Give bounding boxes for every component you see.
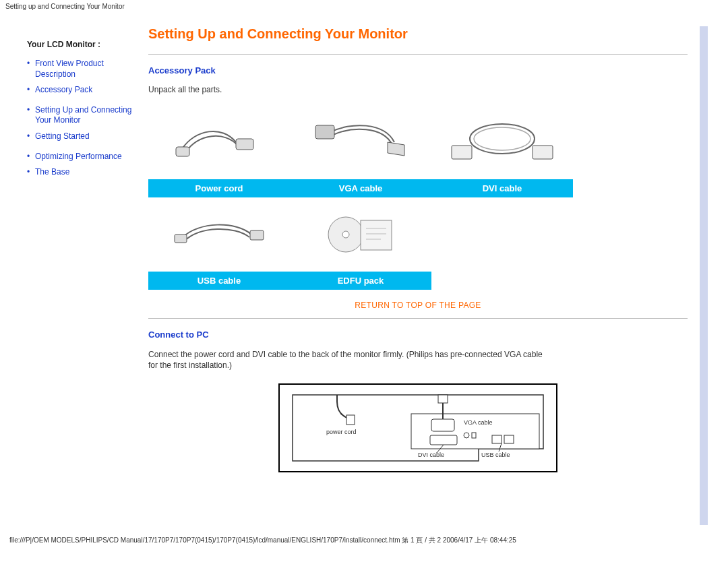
connect-heading: Connect to PC [148,330,688,340]
connect-paragraph: Connect the power cord and DVI cable to … [148,349,553,371]
diagram-usb-label: USB cable [481,451,510,458]
page-title: Setting Up and Connecting Your Monitor [148,26,688,42]
usb-cable-label: USB cable [148,272,290,290]
svg-point-5 [474,127,530,150]
svg-rect-26 [492,435,502,443]
power-cord-image [148,105,290,179]
accessory-instruction: Unpack all the parts. [148,85,688,94]
sidebar: Your LCD Monitor : Front View Product De… [27,26,148,183]
vga-cable-image [290,105,431,179]
sidebar-item-setting-up[interactable]: Setting Up and Connecting Your Monitor [35,105,131,125]
edfu-pack-image [290,197,431,272]
svg-rect-1 [236,139,253,150]
vga-cable-label: VGA cable [290,179,431,197]
svg-rect-21 [438,395,448,403]
sidebar-item-getting-started[interactable]: Getting Started [35,131,90,141]
svg-rect-19 [346,415,355,425]
dvi-cable-image [431,105,573,179]
sidebar-item-optimizing[interactable]: Optimizing Performance [35,152,122,161]
main-content: Setting Up and Connecting Your Monitor A… [148,26,694,476]
power-cord-label: Power cord [148,179,290,197]
footer-file-path: file:///P|/OEM MODELS/PHILIPS/CD Manual/… [0,532,728,552]
svg-rect-20 [431,419,454,431]
sidebar-item-accessory-pack[interactable]: Accessory Pack [35,85,92,94]
svg-rect-12 [361,220,392,250]
accessory-table: Power cord VGA cable DVI cable [148,105,573,290]
diagram-dvi-label: DVI cable [418,451,444,458]
right-scroll-bar [700,26,708,525]
return-to-top-link[interactable]: RETURN TO TOP OF THE PAGE [355,301,481,310]
svg-rect-2 [315,125,334,139]
svg-marker-3 [388,142,404,156]
diagram-vga-label: VGA cable [464,419,493,426]
svg-point-11 [342,231,349,238]
empty-cell [431,197,573,272]
sidebar-item-front-view[interactable]: Front View Product Description [35,59,104,79]
window-title: Setting up and Connecting Your Monitor [0,0,728,13]
diagram-power-label: power cord [326,429,357,435]
empty-label [431,272,573,290]
sidebar-title: Your LCD Monitor : [27,40,142,49]
edfu-pack-label: EDFU pack [290,272,431,290]
svg-rect-8 [175,235,187,243]
dvi-cable-label: DVI cable [431,179,573,197]
svg-rect-6 [452,146,472,159]
connection-diagram: power cord VGA cable DVI cable USB cable [148,381,688,476]
usb-cable-image [148,197,290,272]
svg-rect-24 [430,435,457,445]
svg-point-4 [470,124,535,154]
sidebar-item-the-base[interactable]: The Base [35,167,69,177]
svg-rect-27 [504,435,514,443]
svg-rect-7 [533,146,553,159]
divider [148,54,688,55]
svg-rect-9 [250,230,264,240]
divider [148,318,688,319]
svg-rect-0 [176,147,189,156]
accessory-heading: Accessory Pack [148,65,688,75]
